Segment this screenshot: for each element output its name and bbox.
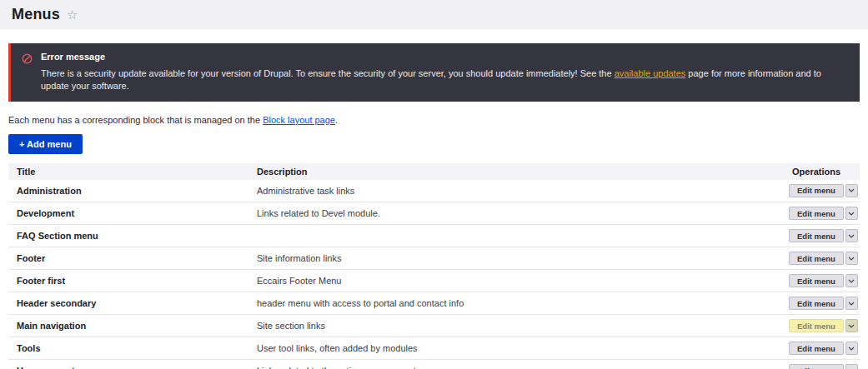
edit-menu-button[interactable]: Edit menu — [789, 342, 844, 355]
operations-button-group: Edit menu — [789, 207, 858, 220]
menu-description: User tool links, often added by modules — [248, 337, 784, 360]
page-header: Menus ☆ — [0, 0, 868, 29]
menu-title: Header secondary — [8, 292, 248, 315]
menus-table-body: Administration Administrative task links… — [8, 180, 860, 369]
menu-title: FAQ Section menu — [8, 225, 248, 247]
edit-menu-button-label: Edit menu — [797, 344, 835, 353]
chevron-down-icon — [848, 212, 855, 216]
menu-operations: Edit menu — [784, 315, 860, 337]
error-message-box: Error message There is a security update… — [8, 43, 860, 102]
edit-menu-button-label: Edit menu — [797, 322, 835, 331]
edit-menu-button[interactable]: Edit menu — [789, 297, 844, 310]
error-content: Error message There is a security update… — [41, 52, 846, 92]
chevron-down-icon — [848, 188, 855, 192]
menu-operations: Edit menu — [784, 270, 860, 292]
chevron-down-icon — [848, 302, 855, 306]
table-row: Development Links related to Devel modul… — [8, 202, 860, 225]
menu-operations: Edit menu — [784, 247, 860, 270]
table-row: FAQ Section menu Edit menu — [8, 225, 860, 247]
table-row: Tools User tool links, often added by mo… — [8, 337, 860, 360]
page-title: Menus — [12, 6, 60, 23]
bookmark-star-icon[interactable]: ☆ — [67, 8, 78, 21]
column-header-operations: Operations — [784, 163, 860, 180]
error-circle-slash-icon — [22, 52, 33, 67]
menu-description: Site information links — [248, 247, 784, 270]
table-row: Footer Site information links Edit menu — [8, 247, 860, 270]
menu-description: Eccairs Footer Menu — [248, 270, 784, 292]
dropdown-toggle-button[interactable] — [845, 319, 858, 332]
operations-button-group: Edit menu — [789, 252, 858, 265]
error-text: There is a security update available for… — [41, 67, 846, 92]
menu-operations: Edit menu — [784, 360, 860, 369]
dropdown-toggle-button[interactable] — [845, 274, 858, 287]
block-layout-page-link[interactable]: Block layout page — [263, 115, 335, 125]
dropdown-toggle-button[interactable] — [845, 184, 858, 197]
chevron-down-icon — [848, 257, 855, 261]
menu-operations: Edit menu — [784, 180, 860, 202]
operations-button-group: Edit menu — [789, 229, 858, 242]
menus-table-head: Title Description Operations — [8, 163, 860, 180]
intro-text: Each menu has a corresponding block that… — [8, 115, 860, 125]
operations-button-group: Edit menu — [789, 342, 858, 355]
menu-title: User account menu — [8, 360, 248, 369]
available-updates-link[interactable]: available updates — [615, 68, 686, 78]
edit-menu-button[interactable]: Edit menu — [789, 184, 844, 197]
edit-menu-button[interactable]: Edit menu — [789, 319, 844, 332]
table-row: Header secondary header menu with access… — [8, 292, 860, 315]
menu-description: Links related to Devel module. — [248, 202, 784, 225]
operations-button-group: Edit menu — [789, 364, 858, 369]
menu-description: header menu with access to portal and co… — [248, 292, 784, 315]
chevron-down-icon — [848, 234, 855, 238]
edit-menu-button-label: Edit menu — [797, 254, 835, 263]
error-title: Error message — [41, 52, 846, 62]
add-menu-button[interactable]: + Add menu — [8, 134, 83, 154]
menu-title: Main navigation — [8, 315, 248, 337]
operations-button-group: Edit menu — [789, 319, 858, 332]
edit-menu-button[interactable]: Edit menu — [789, 252, 844, 265]
menu-description: Administrative task links — [248, 180, 784, 202]
table-row: User account menu Links related to the a… — [8, 360, 860, 369]
dropdown-toggle-button[interactable] — [845, 297, 858, 310]
column-header-description: Description — [248, 163, 784, 180]
menu-title: Development — [8, 202, 248, 225]
menu-description: Site section links — [248, 315, 784, 337]
dropdown-toggle-button[interactable] — [845, 252, 858, 265]
edit-menu-button-label: Edit menu — [797, 277, 835, 286]
edit-menu-button-label: Edit menu — [797, 186, 835, 195]
operations-button-group: Edit menu — [789, 274, 858, 287]
column-header-title: Title — [8, 163, 248, 180]
edit-menu-button-label: Edit menu — [797, 299, 835, 308]
operations-button-group: Edit menu — [789, 184, 858, 197]
menu-operations: Edit menu — [784, 337, 860, 360]
intro-text-after: . — [335, 115, 338, 125]
menu-description: Links related to the active user account — [248, 360, 784, 369]
dropdown-toggle-button[interactable] — [845, 229, 858, 242]
menu-operations: Edit menu — [784, 202, 860, 225]
chevron-down-icon — [848, 279, 855, 283]
table-row: Footer first Eccairs Footer Menu Edit me… — [8, 270, 860, 292]
edit-menu-button-label: Edit menu — [797, 232, 835, 241]
dropdown-toggle-button[interactable] — [845, 342, 858, 355]
menu-title: Tools — [8, 337, 248, 360]
edit-menu-button[interactable]: Edit menu — [789, 229, 844, 242]
table-row: Main navigation Site section links Edit … — [8, 315, 860, 337]
menu-title: Footer first — [8, 270, 248, 292]
menus-table: Title Description Operations Administrat… — [8, 163, 860, 369]
operations-button-group: Edit menu — [789, 297, 858, 310]
dropdown-toggle-button[interactable] — [845, 364, 858, 369]
chevron-down-icon — [848, 347, 855, 351]
menu-operations: Edit menu — [784, 225, 860, 247]
intro-text-before: Each menu has a corresponding block that… — [8, 115, 263, 125]
table-row: Administration Administrative task links… — [8, 180, 860, 202]
menu-title: Administration — [8, 180, 248, 202]
menu-description — [248, 225, 784, 247]
error-text-before: There is a security update available for… — [41, 68, 615, 78]
chevron-down-icon — [848, 324, 855, 328]
edit-menu-button[interactable]: Edit menu — [789, 207, 844, 220]
edit-menu-button[interactable]: Edit menu — [789, 274, 844, 287]
edit-menu-button-label: Edit menu — [797, 209, 835, 218]
dropdown-toggle-button[interactable] — [845, 207, 858, 220]
menu-title: Footer — [8, 247, 248, 270]
edit-menu-button[interactable]: Edit menu — [789, 364, 844, 369]
menu-operations: Edit menu — [784, 292, 860, 315]
